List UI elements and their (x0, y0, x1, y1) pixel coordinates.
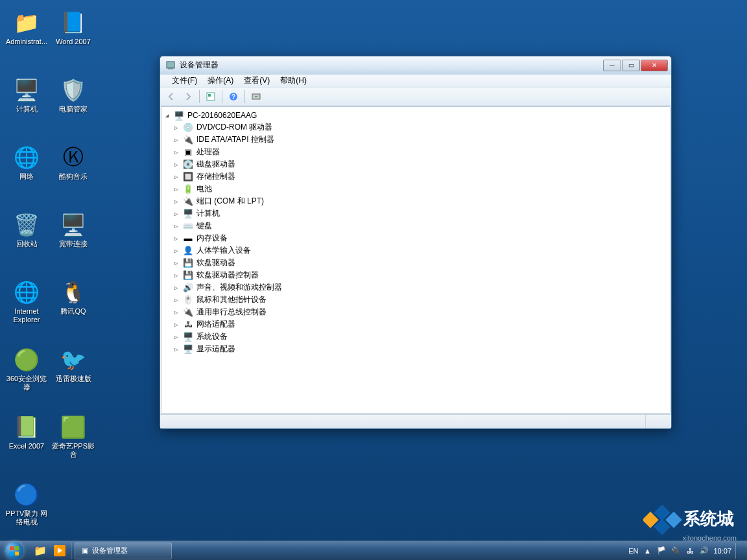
show-desktop-button[interactable] (735, 543, 741, 559)
resize-grip[interactable] (645, 415, 671, 428)
volume-icon[interactable]: 🔊 (699, 546, 709, 556)
clock[interactable]: 10:07 (713, 547, 731, 555)
node-label: 存储控制器 (196, 171, 235, 182)
desktop-icon[interactable]: 🐧腾讯QQ (51, 279, 96, 316)
tree-node[interactable]: ▷▣处理器 (161, 146, 670, 158)
titlebar[interactable]: 设备管理器 ─ ▭ ✕ (160, 56, 671, 75)
menu-item[interactable]: 文件(F) (167, 75, 202, 86)
expand-icon[interactable]: ▷ (174, 235, 182, 242)
maximize-button[interactable]: ▭ (622, 60, 640, 71)
desktop-icon[interactable]: 🐦迅雷极速版 (51, 346, 96, 383)
tree-node[interactable]: ▷🔌通用串行总线控制器 (161, 306, 670, 318)
tree-node[interactable]: ▷🔊声音、视频和游戏控制器 (161, 281, 670, 294)
tree-node[interactable]: ▷👤人体学输入设备 (161, 244, 670, 257)
menu-item[interactable]: 帮助(H) (275, 75, 312, 86)
expand-icon[interactable]: ▷ (174, 137, 182, 143)
tree-node[interactable]: ▷🖥️显示适配器 (161, 343, 670, 355)
desktop-icon[interactable]: 🖥️计算机 (4, 76, 49, 113)
icon-label: PPTV聚力 网络电视 (5, 509, 49, 526)
tree-root[interactable]: ◢ 🖥️ PC-20160620EAAG (161, 110, 670, 121)
expand-icon[interactable]: ▷ (174, 174, 182, 180)
expand-icon[interactable]: ▷ (174, 334, 182, 340)
window-title: 设备管理器 (180, 60, 603, 71)
expand-icon[interactable]: ▷ (174, 124, 182, 131)
tree-node[interactable]: ▷🔲存储控制器 (161, 170, 670, 183)
toolbar-divider (244, 90, 245, 103)
explorer-icon[interactable]: 📁 (31, 542, 49, 559)
forward-button[interactable] (181, 89, 195, 104)
close-button[interactable]: ✕ (641, 60, 668, 71)
expand-icon[interactable]: ▷ (174, 198, 182, 205)
device-category-icon: ⌨️ (182, 221, 194, 231)
network-icon[interactable]: 🖧 (685, 546, 695, 556)
desktop-icon[interactable]: 🛡️电脑管家 (51, 76, 96, 113)
app-icon: 🖥️ (13, 76, 40, 104)
device-category-icon: 🖥️ (182, 344, 194, 355)
tree-node[interactable]: ▷💾软盘驱动器 (161, 257, 670, 269)
tree-node[interactable]: ▷▬内存设备 (161, 232, 670, 244)
tree-node[interactable]: ▷🔌端口 (COM 和 LPT) (161, 195, 670, 207)
expand-icon[interactable]: ▷ (174, 309, 182, 316)
node-label: 处理器 (196, 146, 220, 158)
node-label: 网络适配器 (196, 319, 235, 330)
tree-node[interactable]: ▷🖥️系统设备 (161, 331, 670, 343)
icon-label: 360安全浏览器 (5, 375, 49, 391)
desktop-icon[interactable]: 🖥️宽带连接 (51, 211, 96, 248)
expand-icon[interactable]: ▷ (174, 285, 182, 291)
node-label: 声音、视频和游戏控制器 (196, 282, 282, 293)
desktop-icon[interactable]: 🗑️回收站 (4, 211, 49, 248)
menu-item[interactable]: 操作(A) (202, 75, 239, 86)
expand-icon[interactable]: ▷ (174, 186, 182, 192)
start-button[interactable] (0, 541, 29, 561)
tree-node[interactable]: ▷🖱️鼠标和其他指针设备 (161, 294, 670, 306)
expand-icon[interactable]: ▷ (174, 161, 182, 168)
safe-remove-icon[interactable]: 🔌 (670, 546, 681, 556)
back-button[interactable] (164, 89, 178, 104)
desktop-icon[interactable]: 📁Administrat... (4, 9, 49, 46)
tree-node[interactable]: ▷💽磁盘驱动器 (161, 158, 670, 170)
expand-icon[interactable]: ▷ (174, 223, 182, 229)
desktop-icon[interactable]: 🟩爱奇艺PPS影音 (51, 414, 96, 459)
node-label: IDE ATA/ATAPI 控制器 (196, 134, 274, 145)
help-button[interactable]: ? (226, 89, 241, 104)
tree-node[interactable]: ▷💾软盘驱动器控制器 (161, 269, 670, 281)
desktop-icon[interactable]: 🌐Internet Explorer (4, 279, 49, 324)
desktop-icon[interactable]: 📘Word 2007 (51, 9, 96, 46)
expand-icon[interactable]: ▷ (174, 149, 182, 156)
action-center-icon[interactable]: 🏳️ (656, 546, 667, 556)
desktop-icon[interactable]: 📗Excel 2007 (4, 414, 49, 450)
tray-arrow-icon[interactable]: ▲ (642, 546, 652, 556)
node-label: 显示适配器 (196, 344, 235, 355)
tree-node[interactable]: ▷💿DVD/CD-ROM 驱动器 (161, 121, 670, 134)
tree-node[interactable]: ▷🖧网络适配器 (161, 318, 670, 331)
desktop-icon[interactable]: 🌐网络 (4, 144, 49, 181)
device-category-icon: 🔌 (182, 135, 194, 145)
collapse-icon[interactable]: ◢ (165, 112, 173, 119)
language-indicator[interactable]: EN (628, 547, 638, 555)
expand-icon[interactable]: ▷ (174, 211, 182, 217)
device-category-icon: 🔋 (182, 184, 194, 194)
desktop-icon[interactable]: 🔵PPTV聚力 网络电视 (4, 481, 49, 526)
expand-icon[interactable]: ▷ (174, 272, 182, 279)
menu-item[interactable]: 查看(V) (239, 75, 275, 86)
expand-icon[interactable]: ▷ (174, 297, 182, 303)
tree-node[interactable]: ▷🖥️计算机 (161, 207, 670, 220)
scan-button[interactable] (249, 89, 263, 104)
expand-icon[interactable]: ▷ (174, 248, 182, 254)
minimize-button[interactable]: ─ (603, 60, 621, 71)
media-player-icon[interactable]: ▶️ (51, 542, 69, 559)
taskbar-app-label: 设备管理器 (92, 546, 128, 555)
device-category-icon: 🔊 (182, 283, 194, 293)
device-category-icon: 🔲 (182, 172, 194, 182)
taskbar-app-device-manager[interactable]: ▣ 设备管理器 (75, 542, 172, 559)
expand-icon[interactable]: ▷ (174, 321, 182, 328)
expand-icon[interactable]: ▷ (174, 346, 182, 353)
desktop-icon[interactable]: 🟢360安全浏览器 (4, 346, 49, 391)
tree-node[interactable]: ▷⌨️键盘 (161, 220, 670, 232)
device-tree[interactable]: ◢ 🖥️ PC-20160620EAAG ▷💿DVD/CD-ROM 驱动器▷🔌I… (161, 106, 670, 414)
tree-node[interactable]: ▷🔋电池 (161, 183, 670, 195)
desktop-icon[interactable]: Ⓚ酷狗音乐 (51, 144, 96, 181)
expand-icon[interactable]: ▷ (174, 260, 182, 266)
tree-node[interactable]: ▷🔌IDE ATA/ATAPI 控制器 (161, 134, 670, 146)
properties-button[interactable] (204, 89, 218, 104)
